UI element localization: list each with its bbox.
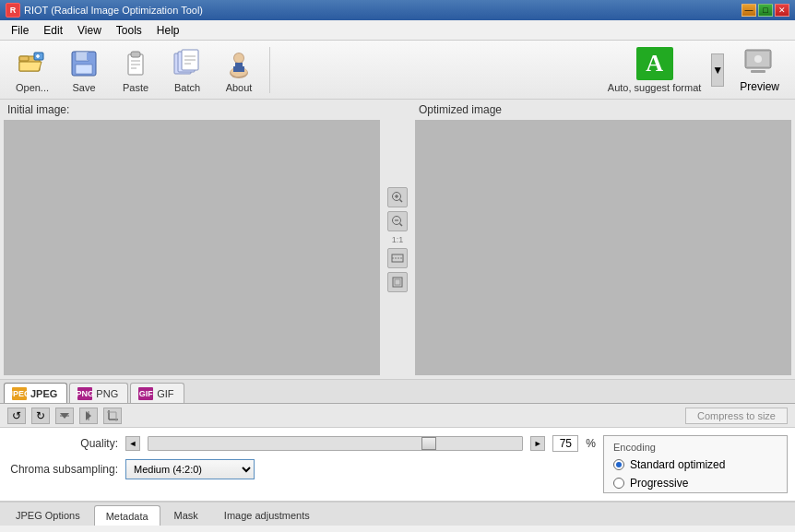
chroma-label: Chroma subsampling:: [7, 463, 118, 476]
maximize-button[interactable]: □: [758, 4, 773, 17]
quality-percent: %: [586, 437, 596, 450]
quality-left-arrow[interactable]: ◄: [125, 436, 140, 451]
tab-png[interactable]: PNG PNG: [69, 383, 128, 403]
image-panels: Initial image: 1:1: [0, 100, 795, 380]
tab-image-adjustments[interactable]: Image adjustments: [212, 505, 322, 526]
save-icon: [67, 47, 101, 80]
batch-icon: [171, 47, 204, 80]
jpeg-tab-label: JPEG: [30, 388, 57, 399]
center-controls: 1:1: [384, 100, 411, 379]
chroma-select[interactable]: None (4:4:4) Low (4:1:1) Medium (4:2:0) …: [125, 459, 255, 479]
optimized-panel: Optimized image: [411, 100, 795, 379]
tab-mask[interactable]: Mask: [162, 505, 210, 526]
tab-jpeg[interactable]: JPEG JPEG: [4, 383, 67, 403]
quality-slider[interactable]: [148, 436, 523, 451]
title-bar: R RIOT (Radical Image Optimization Tool)…: [0, 0, 795, 20]
bottom-area: JPEG JPEG PNG PNG GIF GIF ↺ ↻: [0, 380, 795, 532]
undo-button[interactable]: ↺: [7, 408, 26, 424]
tab-jpeg-options[interactable]: JPEG Options: [4, 505, 92, 526]
preview-button[interactable]: Preview: [731, 41, 788, 98]
quality-label: Quality:: [7, 437, 118, 450]
about-button[interactable]: About: [214, 44, 264, 96]
paste-button[interactable]: Paste: [111, 44, 160, 96]
about-icon: [222, 47, 255, 80]
svg-point-26: [754, 55, 762, 63]
chroma-row: Chroma subsampling: None (4:4:4) Low (4:…: [7, 459, 596, 479]
svg-line-31: [400, 199, 403, 202]
redo-button[interactable]: ↻: [31, 408, 50, 424]
auto-format-button[interactable]: A Auto, suggest format: [599, 42, 710, 98]
standard-optimized-label: Standard optimized: [630, 458, 725, 471]
initial-header: Initial image:: [0, 100, 384, 120]
preview-icon: [743, 46, 777, 78]
app-icon: R: [6, 3, 20, 18]
gif-tab-label: GIF: [157, 388, 173, 399]
svg-rect-38: [395, 279, 400, 285]
close-button[interactable]: ✕: [775, 4, 789, 17]
standard-optimized-radio[interactable]: [613, 459, 624, 470]
svg-rect-4: [76, 52, 89, 61]
flip-horizontal-button[interactable]: [79, 408, 98, 424]
menu-tools[interactable]: Tools: [109, 22, 149, 39]
save-button[interactable]: Save: [59, 44, 109, 96]
auto-format-dropdown[interactable]: ▼: [711, 53, 724, 87]
paste-label: Paste: [123, 82, 148, 93]
svg-line-34: [400, 223, 403, 226]
menu-edit[interactable]: Edit: [36, 22, 70, 39]
progressive-radio[interactable]: [613, 478, 624, 489]
menu-bar: File Edit View Tools Help: [0, 20, 795, 41]
batch-label: Batch: [174, 82, 200, 93]
open-button[interactable]: Open...: [7, 44, 57, 96]
initial-canvas: [4, 120, 380, 375]
quality-value[interactable]: 75: [552, 435, 578, 452]
dropdown-arrow: ▼: [712, 64, 723, 77]
bottom-tabs: JPEG Options Metadata Mask Image adjustm…: [0, 502, 795, 526]
fit-width-button[interactable]: [387, 248, 408, 268]
title-bar-controls: — □ ✕: [742, 4, 789, 17]
title-bar-left: R RIOT (Radical Image Optimization Tool): [6, 3, 203, 18]
flip-vertical-button[interactable]: [55, 408, 74, 424]
encoding-title: Encoding: [613, 442, 777, 453]
png-tab-icon: PNG: [77, 387, 92, 400]
tab-metadata[interactable]: Metadata: [94, 505, 160, 526]
standard-optimized-row: Standard optimized: [613, 458, 777, 471]
menu-file[interactable]: File: [4, 22, 36, 39]
jpeg-options-left: Quality: ◄ ► 75 % Chroma subsampling:: [7, 435, 596, 493]
format-tabs: JPEG JPEG PNG PNG GIF GIF: [0, 380, 795, 404]
paste-icon: [119, 47, 152, 80]
minimize-button[interactable]: —: [742, 4, 756, 17]
auto-format-area: A Auto, suggest format ▼ Preview: [599, 41, 788, 98]
menu-help[interactable]: Help: [149, 22, 187, 39]
toolbar: Open... Save Paste: [0, 41, 795, 100]
action-bar: ↺ ↻: [0, 404, 795, 428]
options-area: Quality: ◄ ► 75 % Chroma subsampling:: [0, 428, 795, 502]
about-label: About: [226, 82, 253, 93]
svg-rect-6: [76, 65, 92, 74]
svg-rect-8: [131, 52, 140, 57]
title-text: RIOT (Radical Image Optimization Tool): [24, 5, 203, 16]
compress-to-size-button[interactable]: Compress to size: [685, 408, 788, 424]
svg-point-20: [234, 53, 243, 63]
encoding-box: Encoding Standard optimized Progressive: [603, 435, 788, 493]
zoom-out-button[interactable]: [387, 211, 408, 231]
open-label: Open...: [16, 82, 49, 93]
quality-row: Quality: ◄ ► 75 %: [7, 435, 596, 452]
svg-rect-22: [235, 63, 243, 66]
optimized-canvas: [415, 120, 791, 375]
svg-rect-5: [87, 53, 89, 60]
svg-rect-1: [19, 56, 29, 61]
batch-button[interactable]: Batch: [162, 44, 212, 96]
menu-view[interactable]: View: [70, 22, 109, 39]
auto-format-icon: A: [636, 47, 673, 80]
fit-all-button[interactable]: [387, 272, 408, 292]
progressive-row: Progressive: [613, 477, 777, 490]
tab-gif[interactable]: GIF GIF: [130, 383, 184, 403]
auto-format-label: Auto, suggest format: [608, 82, 702, 93]
quality-right-arrow[interactable]: ►: [530, 436, 545, 451]
zoom-in-button[interactable]: [387, 187, 408, 207]
save-label: Save: [72, 82, 95, 93]
ratio-label: 1:1: [392, 235, 404, 244]
jpeg-tab-icon: JPEG: [12, 387, 27, 400]
main-content: Initial image: 1:1: [0, 100, 795, 532]
crop-button[interactable]: [103, 408, 122, 424]
